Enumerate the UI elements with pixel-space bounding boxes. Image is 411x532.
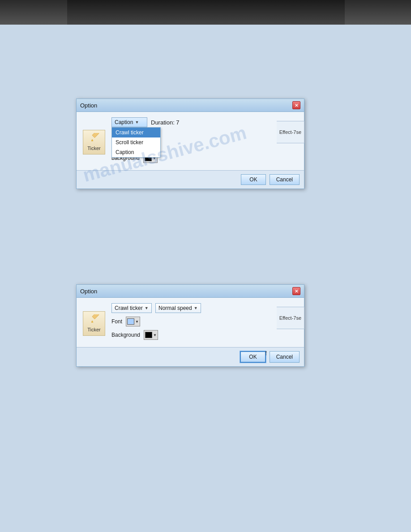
- font-color-swatch: [127, 318, 134, 325]
- caption-dropdown-menu: Crawl ticker Scroll ticker Caption: [111, 127, 161, 158]
- dialog-1-cancel-button[interactable]: Cancel: [270, 174, 300, 185]
- dialog-2: Option ✕ Ticker: [76, 284, 304, 367]
- dialog-1-effect-label: Effect-7se: [277, 121, 304, 143]
- dialog-2-body: Ticker Crawl ticker ▼ Normal speed ▼: [77, 298, 304, 347]
- ticker-label-2: Ticker: [87, 327, 101, 332]
- svg-marker-2: [91, 139, 93, 141]
- dialog-2-content-area: Ticker Crawl ticker ▼ Normal speed ▼: [83, 303, 298, 343]
- dropdown-item-crawl-ticker[interactable]: Crawl ticker: [112, 128, 160, 137]
- dialog-1-title: Option: [80, 102, 97, 109]
- crawl-ticker-dropdown-button[interactable]: Crawl ticker ▼: [111, 303, 152, 313]
- pencil-icon-2: [89, 314, 99, 325]
- normal-speed-label: Normal speed: [158, 305, 192, 311]
- dialog-1-titlebar: Option ✕: [77, 99, 304, 112]
- top-bar: [0, 0, 411, 25]
- dialog-2-row-2: Font ▼: [111, 317, 298, 326]
- dropdown-item-caption[interactable]: Caption: [112, 147, 160, 157]
- background-label-2: Background: [111, 332, 140, 338]
- ticker-label-1: Ticker: [87, 146, 101, 151]
- dialog-2-title: Option: [80, 288, 97, 295]
- font-color-button[interactable]: ▼: [126, 317, 140, 326]
- dialog-1-wrapper: Option ✕ Ticker: [76, 99, 304, 189]
- pencil-icon-1: [89, 133, 99, 144]
- dialog-2-cancel-button[interactable]: Cancel: [270, 351, 300, 363]
- crawl-ticker-arrow: ▼: [145, 306, 149, 310]
- caption-dropdown-arrow: ▼: [135, 120, 139, 124]
- caption-dropdown-container: Caption ▼ Crawl ticker Scroll ticker Cap…: [111, 117, 147, 127]
- normal-speed-arrow: ▼: [194, 306, 198, 310]
- caption-dropdown-button[interactable]: Caption ▼: [111, 117, 147, 127]
- dialog-1-footer: OK Cancel: [77, 170, 304, 189]
- font-label: Font: [111, 318, 122, 325]
- top-bar-inner: [67, 0, 345, 25]
- normal-speed-dropdown-button[interactable]: Normal speed ▼: [155, 303, 201, 313]
- dialog-1-content-area: Ticker Caption ▼ Crawl ticker: [83, 117, 298, 167]
- dialog-1-controls: Caption ▼ Crawl ticker Scroll ticker Cap…: [111, 117, 298, 167]
- duration-label: Duration: 7: [151, 119, 180, 126]
- background-color-button-2[interactable]: ▼: [144, 330, 158, 340]
- ticker-icon-box-1: Ticker: [83, 130, 105, 154]
- dialog-2-wrapper: Option ✕ Ticker: [76, 284, 304, 367]
- dialog-2-close-button[interactable]: ✕: [292, 287, 300, 295]
- dialog-2-ok-button[interactable]: OK: [240, 351, 265, 363]
- dialog-2-row-1: Crawl ticker ▼ Normal speed ▼: [111, 303, 298, 313]
- background-color-arrow-2: ▼: [153, 333, 157, 337]
- svg-rect-1: [92, 133, 99, 138]
- svg-rect-4: [92, 314, 99, 319]
- dialog-2-titlebar: Option ✕: [77, 285, 304, 298]
- dialog-1-body: Ticker Caption ▼ Crawl ticker: [77, 112, 304, 170]
- dialog-2-footer: OK Cancel: [77, 347, 304, 366]
- font-color-arrow: ▼: [135, 320, 139, 324]
- dropdown-item-scroll-ticker[interactable]: Scroll ticker: [112, 137, 160, 147]
- svg-marker-5: [91, 321, 93, 322]
- background-color-swatch-2: [145, 332, 152, 338]
- caption-dropdown-label: Caption: [115, 119, 133, 125]
- dialog-1-row-1: Caption ▼ Crawl ticker Scroll ticker Cap…: [111, 117, 298, 127]
- dialog-2-controls: Crawl ticker ▼ Normal speed ▼ Font: [111, 303, 298, 343]
- dialog-1-close-button[interactable]: ✕: [292, 101, 300, 109]
- ticker-icon-box-2: Ticker: [83, 311, 105, 336]
- dialog-2-row-3: Background ▼: [111, 330, 298, 340]
- dialog-2-effect-label: Effect-7se: [277, 307, 304, 329]
- dialog-1-ok-button[interactable]: OK: [241, 174, 265, 185]
- dialog-1: Option ✕ Ticker: [76, 99, 304, 189]
- crawl-ticker-label: Crawl ticker: [115, 305, 143, 311]
